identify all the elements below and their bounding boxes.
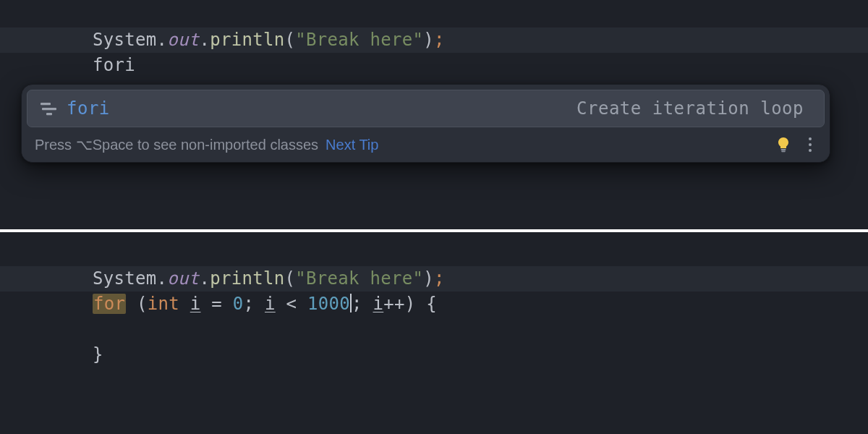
- svg-rect-1: [42, 108, 56, 110]
- code-line[interactable]: }: [0, 317, 868, 342]
- autocomplete-popup: fori Create iteration loop Press ⌥Space …: [21, 84, 830, 163]
- token-brace: }: [93, 344, 103, 365]
- editor-top-pane[interactable]: System.out.println("Break here"); fori f…: [0, 0, 868, 229]
- autocomplete-footer: Press ⌥Space to see non-imported classes…: [22, 127, 830, 162]
- lightbulb-icon[interactable]: [776, 137, 791, 152]
- code-line[interactable]: System.out.println("Break here");: [0, 241, 868, 266]
- token-paren: ): [423, 268, 434, 289]
- editor-bottom-pane[interactable]: System.out.println("Break here"); for (i…: [0, 232, 868, 434]
- token-string: "Break here": [295, 268, 423, 289]
- token-var: i: [373, 294, 384, 314]
- token-semi: ;: [352, 294, 373, 314]
- token-method: println: [210, 268, 284, 289]
- token-semicolon: ;: [434, 268, 445, 289]
- token-keyword-for: for: [93, 294, 126, 314]
- token-class: System.: [93, 30, 167, 50]
- token-inc: ++) {: [383, 294, 437, 314]
- autocomplete-description: Create iteration loop: [576, 98, 804, 119]
- token-var: i: [190, 294, 201, 314]
- svg-rect-0: [41, 103, 51, 105]
- token-dot: .: [200, 268, 210, 289]
- token-semi: ;: [244, 294, 265, 314]
- token-lt: <: [276, 294, 307, 314]
- autocomplete-item[interactable]: fori Create iteration loop: [27, 90, 825, 127]
- tip-text: Press ⌥Space to see non-imported classes: [35, 136, 318, 153]
- token-class: System.: [93, 268, 167, 289]
- token-paren: (: [285, 30, 296, 50]
- token-number: 0: [233, 294, 244, 314]
- autocomplete-label: fori: [67, 98, 110, 119]
- token-method: println: [210, 30, 284, 50]
- token-number: 1000: [307, 294, 350, 314]
- token-semicolon: ;: [434, 30, 445, 50]
- token-paren: (: [285, 268, 296, 289]
- token-paren: (: [126, 294, 148, 314]
- svg-rect-3: [781, 149, 786, 150]
- token-field: out: [167, 30, 199, 50]
- svg-rect-4: [781, 151, 786, 153]
- svg-rect-2: [46, 113, 52, 115]
- live-template-icon: [41, 101, 56, 116]
- token-var: i: [265, 294, 276, 314]
- token-keyword-int: int: [148, 294, 179, 314]
- token-string: "Break here": [295, 30, 423, 50]
- more-options-icon[interactable]: [804, 137, 817, 152]
- token-dot: .: [200, 30, 210, 50]
- token-paren: ): [423, 30, 434, 50]
- token-eq: =: [201, 294, 233, 314]
- token-space: [179, 294, 190, 314]
- code-line[interactable]: System.out.println("Break here");: [0, 2, 868, 27]
- token-field: out: [167, 268, 199, 289]
- typed-text: fori: [93, 55, 135, 75]
- next-tip-link[interactable]: Next Tip: [326, 137, 378, 153]
